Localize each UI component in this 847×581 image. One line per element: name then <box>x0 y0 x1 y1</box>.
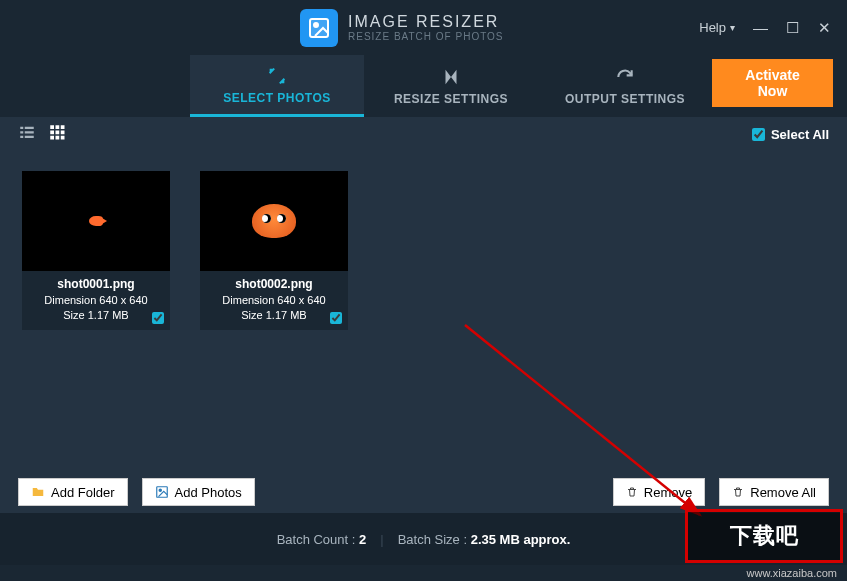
action-bar: Add Folder Add Photos Remove Remove All <box>0 471 847 513</box>
remove-all-button[interactable]: Remove All <box>719 478 829 506</box>
button-label: Add Photos <box>175 485 242 500</box>
tab-label: OUTPUT SETTINGS <box>565 92 685 106</box>
grid-icon <box>48 123 66 141</box>
app-logo-icon <box>300 9 338 47</box>
window-controls: — ☐ ✕ <box>753 19 831 37</box>
app-subtitle: RESIZE BATCH OF PHOTOS <box>348 31 504 42</box>
svg-rect-15 <box>56 136 60 140</box>
svg-rect-9 <box>56 125 60 129</box>
svg-rect-17 <box>156 487 167 498</box>
tab-output-settings[interactable]: OUTPUT SETTINGS <box>538 55 712 117</box>
separator: | <box>380 532 383 547</box>
photo-size: Size 1.17 MB <box>26 308 166 323</box>
tab-select-photos[interactable]: SELECT PHOTOS <box>190 55 364 117</box>
expand-arrows-icon <box>266 65 288 87</box>
batch-size-value: 2.35 MB approx. <box>471 532 571 547</box>
svg-rect-0 <box>310 19 328 37</box>
folder-icon <box>31 485 45 499</box>
thumbnail-info: shot0001.png Dimension 640 x 640 Size 1.… <box>22 271 170 330</box>
close-button[interactable]: ✕ <box>817 19 831 37</box>
title-bar: IMAGE RESIZER RESIZE BATCH OF PHOTOS Hel… <box>0 0 847 55</box>
help-label: Help <box>699 20 726 35</box>
thumbnail-image <box>200 171 348 271</box>
photo-thumbnail[interactable]: shot0002.png Dimension 640 x 640 Size 1.… <box>200 171 348 330</box>
photo-dimension: Dimension 640 x 640 <box>204 293 344 308</box>
svg-rect-16 <box>61 136 65 140</box>
svg-rect-7 <box>25 136 34 138</box>
activate-now-button[interactable]: Activate Now <box>712 59 833 107</box>
grid-view-button[interactable] <box>48 123 66 145</box>
tab-label: SELECT PHOTOS <box>223 91 331 105</box>
thumbnail-image <box>22 171 170 271</box>
svg-rect-4 <box>20 131 23 133</box>
photo-dimension: Dimension 640 x 640 <box>26 293 166 308</box>
batch-count-label: Batch Count : <box>277 532 356 547</box>
trash-icon <box>732 486 744 498</box>
app-title-block: IMAGE RESIZER RESIZE BATCH OF PHOTOS <box>348 13 504 42</box>
select-all-checkbox[interactable]: Select All <box>752 127 829 142</box>
add-photos-button[interactable]: Add Photos <box>142 478 255 506</box>
main-tabs: SELECT PHOTOS RESIZE SETTINGS OUTPUT SET… <box>0 55 847 117</box>
maximize-button[interactable]: ☐ <box>785 19 799 37</box>
refresh-icon <box>615 66 635 88</box>
tab-label: RESIZE SETTINGS <box>394 92 508 106</box>
button-label: Remove <box>644 485 692 500</box>
select-all-label: Select All <box>771 127 829 142</box>
watermark-url: www.xiazaiba.com <box>747 567 837 579</box>
svg-rect-10 <box>61 125 65 129</box>
batch-size-label: Batch Size : <box>398 532 467 547</box>
batch-count-value: 2 <box>359 532 366 547</box>
resize-arrows-icon <box>440 66 462 88</box>
thumbnail-info: shot0002.png Dimension 640 x 640 Size 1.… <box>200 271 348 330</box>
svg-rect-12 <box>56 131 60 135</box>
svg-rect-5 <box>25 131 34 133</box>
image-icon <box>155 485 169 499</box>
list-icon <box>18 123 36 141</box>
list-view-button[interactable] <box>18 123 36 145</box>
svg-rect-6 <box>20 136 23 138</box>
svg-rect-8 <box>50 125 54 129</box>
svg-rect-11 <box>50 131 54 135</box>
trash-icon <box>626 486 638 498</box>
add-folder-button[interactable]: Add Folder <box>18 478 128 506</box>
photo-filename: shot0002.png <box>204 276 344 293</box>
help-menu[interactable]: Help ▾ <box>699 20 735 35</box>
button-label: Remove All <box>750 485 816 500</box>
tab-resize-settings[interactable]: RESIZE SETTINGS <box>364 55 538 117</box>
photo-grid: shot0001.png Dimension 640 x 640 Size 1.… <box>0 151 847 471</box>
minimize-button[interactable]: — <box>753 19 767 37</box>
remove-button[interactable]: Remove <box>613 478 705 506</box>
photo-filename: shot0001.png <box>26 276 166 293</box>
photo-size: Size 1.17 MB <box>204 308 344 323</box>
photo-checkbox[interactable] <box>152 312 164 324</box>
svg-rect-14 <box>50 136 54 140</box>
svg-point-1 <box>314 23 318 27</box>
button-label: Add Folder <box>51 485 115 500</box>
chevron-down-icon: ▾ <box>730 22 735 33</box>
watermark-overlay: 下载吧 <box>685 509 843 563</box>
photo-checkbox[interactable] <box>330 312 342 324</box>
app-title: IMAGE RESIZER <box>348 13 504 31</box>
photo-thumbnail[interactable]: shot0001.png Dimension 640 x 640 Size 1.… <box>22 171 170 330</box>
svg-rect-13 <box>61 131 65 135</box>
watermark-text: 下载吧 <box>730 521 799 551</box>
svg-rect-2 <box>20 127 23 129</box>
select-all-input[interactable] <box>752 128 765 141</box>
svg-point-18 <box>159 489 161 491</box>
view-toolbar: Select All <box>0 117 847 151</box>
svg-rect-3 <box>25 127 34 129</box>
